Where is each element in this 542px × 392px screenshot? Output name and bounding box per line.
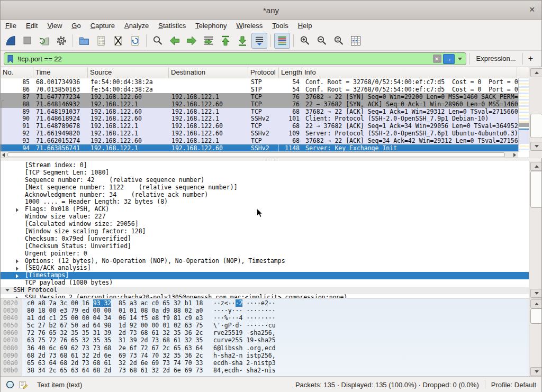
hex-bytes[interactable]: c0 a8 7a 3c 00 16 93 32 85 a3 ac c0 65 3… bbox=[27, 299, 210, 307]
column-header-no[interactable]: No. bbox=[1, 67, 33, 78]
detail-line[interactable]: [Checksum Status: Unverified] bbox=[1, 243, 529, 250]
ascii-bytes[interactable]: rve25519 -sha256, bbox=[210, 329, 276, 336]
hex-bytes[interactable]: 63 75 72 76 65 32 35 35 31 39 2d 73 68 6… bbox=[27, 336, 210, 344]
hex-row-0040[interactable]: 0040a1 dd c1 25 00 00 04 34 06 14 f5 e8 … bbox=[1, 314, 529, 322]
detail-line[interactable]: Sequence number: 42 (relative sequence n… bbox=[1, 177, 529, 184]
scroll-down-button[interactable] bbox=[530, 142, 542, 151]
intelligent-scrollbar-minimap[interactable] bbox=[518, 78, 529, 152]
menu-item-go[interactable]: Go bbox=[67, 20, 85, 31]
capture-comment-icon[interactable] bbox=[19, 380, 28, 389]
bytes-vscrollbar[interactable] bbox=[529, 298, 541, 376]
titlebar[interactable]: *any ✕ bbox=[1, 1, 541, 20]
autoscroll-icon[interactable] bbox=[251, 33, 267, 49]
scroll-thumb[interactable] bbox=[7, 152, 505, 157]
detail-line[interactable]: SSH Version 2 (encryption:chacha20-poly1… bbox=[1, 294, 529, 298]
detail-line[interactable]: Flags: 0x018 (PSH, ACK) bbox=[1, 206, 529, 213]
go-top-icon[interactable] bbox=[218, 33, 233, 49]
hex-bytes[interactable]: 80 18 00 e3 79 ed 00 00 01 01 08 0a d9 8… bbox=[27, 307, 210, 314]
go-bottom-icon[interactable] bbox=[234, 33, 250, 49]
packet-row-92[interactable]: 9271.661949820192.168.122.1192.168.122.6… bbox=[1, 130, 518, 137]
scroll-down-button[interactable] bbox=[530, 289, 541, 298]
detail-line[interactable]: [Window size scaling factor: 128] bbox=[1, 228, 529, 235]
ascii-bytes[interactable]: h-sha2-n istp256, bbox=[210, 352, 276, 359]
hex-bytes[interactable]: 68 2d 73 68 61 32 2d 6e 69 73 74 70 32 3… bbox=[27, 352, 210, 359]
detail-line[interactable]: Window size value: 227 bbox=[1, 213, 529, 221]
hex-row-0030[interactable]: 003080 18 00 e3 79 ed 00 00 01 01 08 0a … bbox=[1, 307, 529, 314]
hex-row-0020[interactable]: 0020c0 a8 7a 3c 00 16 93 32 85 a3 ac c0 … bbox=[1, 299, 529, 307]
scroll-down-button[interactable] bbox=[530, 367, 541, 376]
add-filter-button[interactable]: + bbox=[522, 53, 538, 65]
expander-closed-icon[interactable] bbox=[16, 274, 19, 278]
expander-closed-icon[interactable] bbox=[16, 259, 19, 263]
hex-row-0050[interactable]: 00505c 27 b2 67 50 ad 64 98 1d 92 00 00 … bbox=[1, 322, 529, 329]
hex-bytes[interactable]: 36 40 6c 69 62 73 73 68 2e 6f 72 67 2c 6… bbox=[27, 344, 210, 352]
menu-item-analyze[interactable]: Analyze bbox=[120, 20, 153, 31]
hex-bytes[interactable]: 5c 27 b2 67 50 ad 64 98 1d 92 00 00 01 0… bbox=[27, 322, 210, 329]
find-packet-icon[interactable] bbox=[150, 33, 166, 49]
expander-closed-icon[interactable] bbox=[16, 208, 19, 212]
column-header-time[interactable]: Time bbox=[33, 67, 88, 78]
details-vscrollbar[interactable] bbox=[529, 161, 541, 298]
ascii-bytes[interactable]: 84,ecdh- sha2-nis bbox=[210, 367, 276, 374]
hex-row-0090[interactable]: 009068 2d 73 68 61 32 2d 6e 69 73 74 70 … bbox=[1, 352, 529, 359]
detail-line[interactable]: SSH Protocol bbox=[1, 287, 529, 294]
scroll-left-button[interactable] bbox=[1, 152, 6, 158]
ascii-bytes[interactable]: ··z<···2 ····e2·· bbox=[210, 299, 276, 307]
expander-open-icon[interactable] bbox=[5, 289, 10, 291]
hex-row-00b0[interactable]: 00b038 34 2c 65 63 64 68 2d 73 68 61 32 … bbox=[1, 367, 529, 374]
scroll-up-button[interactable] bbox=[530, 299, 541, 308]
hex-bytes[interactable]: a1 dd c1 25 00 00 04 34 06 14 f5 e8 f9 8… bbox=[27, 314, 210, 322]
column-header-length[interactable]: Length bbox=[279, 67, 302, 78]
scroll-thumb[interactable] bbox=[530, 308, 541, 324]
detail-line[interactable]: [SEQ/ACK analysis] bbox=[1, 265, 529, 272]
menu-item-file[interactable]: File bbox=[1, 20, 21, 31]
expander-closed-icon[interactable] bbox=[16, 267, 19, 271]
detail-line[interactable]: [Calculated window size: 29056] bbox=[1, 221, 529, 228]
save-file-icon[interactable]: 010111100110 bbox=[93, 33, 109, 49]
menu-item-view[interactable]: View bbox=[42, 20, 67, 31]
display-filter-input[interactable]: !tcp.port == 22 ✕ → bbox=[4, 52, 466, 65]
packet-row-90[interactable]: 9071.648618924192.168.122.60192.168.122.… bbox=[1, 115, 518, 122]
expert-info-icon[interactable] bbox=[6, 380, 14, 389]
restart-capture-icon[interactable] bbox=[37, 33, 52, 49]
hex-row-0060[interactable]: 006072 76 65 32 35 35 31 39 2d 73 68 61 … bbox=[1, 329, 529, 336]
hex-row-0070[interactable]: 007063 75 72 76 65 32 35 35 31 39 2d 73 … bbox=[1, 336, 529, 344]
menu-item-statistics[interactable]: Statistics bbox=[153, 20, 191, 31]
detail-line[interactable]: [TCP Segment Len: 1080] bbox=[1, 169, 529, 177]
go-forward-icon[interactable] bbox=[184, 33, 200, 49]
ascii-bytes[interactable]: ····y··· ········ bbox=[210, 307, 276, 314]
profile-status[interactable]: Profile: Default bbox=[491, 381, 536, 389]
packet-row-94[interactable]: 9471.663856741192.168.122.1192.168.122.6… bbox=[1, 144, 518, 152]
menu-item-help[interactable]: Help bbox=[293, 20, 317, 31]
hex-bytes[interactable]: 72 76 65 32 35 35 31 39 2d 73 68 61 32 3… bbox=[27, 329, 210, 336]
packet-row-87[interactable]: 8771.647777234192.168.122.60192.168.122.… bbox=[1, 93, 518, 101]
menu-item-telephony[interactable]: Telephony bbox=[191, 20, 231, 31]
detail-line[interactable]: TCP payload (1080 bytes) bbox=[1, 279, 529, 287]
detail-line[interactable]: Checksum: 0x79ed [unverified] bbox=[1, 235, 529, 243]
column-header-protocol[interactable]: Protocol bbox=[248, 67, 279, 78]
scroll-up-button[interactable] bbox=[530, 162, 541, 171]
menu-item-wireless[interactable]: Wireless bbox=[232, 20, 268, 31]
menu-item-capture[interactable]: Capture bbox=[86, 20, 120, 31]
expression-button[interactable]: Expression... bbox=[469, 53, 522, 65]
detail-line[interactable]: Acknowledgment number: 34 (relative ack … bbox=[1, 192, 529, 199]
zoom-in-icon[interactable] bbox=[297, 33, 313, 49]
filter-bookmark-icon[interactable] bbox=[7, 54, 14, 63]
column-header-source[interactable]: Source bbox=[88, 67, 169, 78]
detail-line[interactable]: [Stream index: 0] bbox=[1, 162, 529, 169]
menu-item-tools[interactable]: Tools bbox=[267, 20, 293, 31]
packet-row-93[interactable]: 9371.662015274192.168.122.60192.168.122.… bbox=[1, 137, 518, 144]
column-header-destination[interactable]: Destination bbox=[169, 67, 248, 78]
start-capture-icon[interactable] bbox=[3, 33, 19, 49]
reload-file-icon[interactable] bbox=[127, 33, 143, 49]
close-window-button[interactable]: ✕ bbox=[529, 5, 535, 14]
detail-line[interactable]: Options: (12 bytes), No-Operation (NOP),… bbox=[1, 258, 529, 265]
clear-filter-button[interactable]: ✕ bbox=[433, 54, 441, 63]
scroll-thumb[interactable] bbox=[530, 114, 542, 138]
ascii-bytes[interactable]: ecdh-sha 2-nistp3 bbox=[210, 359, 276, 367]
scroll-right-button[interactable] bbox=[512, 152, 518, 158]
ascii-bytes[interactable]: curve255 19-sha25 bbox=[210, 336, 276, 344]
hex-row-00a0[interactable]: 00a065 63 64 68 2d 73 68 61 32 2d 6e 69 … bbox=[1, 359, 529, 367]
packet-list-vscrollbar[interactable] bbox=[529, 67, 542, 158]
hex-row-0080[interactable]: 008036 40 6c 69 62 73 73 68 2e 6f 72 67 … bbox=[1, 344, 529, 352]
